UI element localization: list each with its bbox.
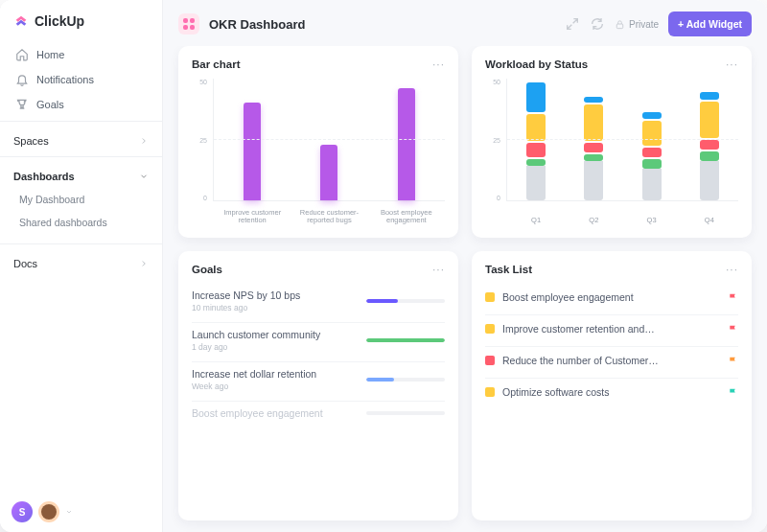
divider: [0, 156, 162, 157]
bar-segment[interactable]: [584, 97, 603, 102]
status-square: [485, 356, 495, 365]
card-goals: Goals ··· Increase NPS by 10 bps10 minut…: [178, 251, 458, 520]
bar-segment[interactable]: [526, 159, 546, 167]
bar-segment[interactable]: [642, 148, 662, 157]
avatar: [38, 501, 59, 522]
section-label: Spaces: [13, 135, 49, 147]
sidebar-item-label: Goals: [36, 99, 64, 110]
lock-icon: [615, 19, 625, 30]
sidebar-section-dashboards[interactable]: Dashboards: [0, 161, 162, 188]
sidebar-primary-nav: Home Notifications Goals: [0, 42, 162, 117]
more-icon[interactable]: ···: [432, 263, 445, 276]
trophy-icon: [15, 98, 29, 111]
bar-segment[interactable]: [700, 102, 719, 138]
user-switcher[interactable]: S: [0, 492, 162, 532]
sidebar-item-label: Notifications: [36, 74, 94, 85]
bar-segment[interactable]: [526, 143, 546, 157]
task-row[interactable]: Boost employee engagement: [485, 284, 738, 311]
privacy-label: Private: [629, 19, 659, 30]
workload-chart: 50250 Q1Q2Q3Q4: [485, 79, 738, 226]
task-row[interactable]: Optimize software costs: [485, 378, 738, 405]
sidebar-item-home[interactable]: Home: [6, 42, 156, 67]
sidebar: ClickUp Home Notifications Goals Spaces …: [0, 0, 163, 532]
bar-segment[interactable]: [584, 104, 603, 141]
sidebar-item-goals[interactable]: Goals: [6, 92, 156, 117]
bar[interactable]: [320, 145, 337, 200]
more-icon[interactable]: ···: [726, 58, 738, 71]
chevron-right-icon: [139, 136, 149, 146]
more-icon[interactable]: ···: [432, 58, 445, 71]
dashboards-subnav: My Dashboard Shared dashboards: [0, 188, 162, 240]
goal-row[interactable]: Launch customer community1 day ago: [192, 322, 445, 358]
bar-segment[interactable]: [700, 92, 719, 100]
sidebar-item-label: Home: [36, 49, 64, 60]
card-task-list: Task List ··· Boost employee engagementI…: [472, 251, 752, 520]
home-icon: [15, 48, 29, 61]
bar-segment[interactable]: [642, 112, 662, 120]
bar-segment[interactable]: [584, 161, 603, 200]
dashboard-icon: [178, 13, 199, 35]
add-widget-button[interactable]: + Add Widget: [668, 12, 752, 36]
goal-row[interactable]: Increase net dollar retentionWeek ago: [192, 361, 445, 397]
avatar: S: [12, 501, 33, 522]
bar[interactable]: [244, 103, 261, 200]
task-label: Reduce the number of Customer…: [502, 355, 720, 366]
task-label: Boost employee engagement: [502, 291, 720, 303]
brand-name: ClickUp: [35, 13, 84, 29]
bar-segment[interactable]: [526, 114, 546, 141]
content-grid: Bar chart ··· 50250 Improve customer ret…: [163, 46, 767, 532]
goal-row[interactable]: Increase NPS by 10 bps10 minutes ago: [192, 284, 445, 318]
task-list: Boost employee engagementImprove custome…: [485, 284, 738, 509]
sidebar-item-notifications[interactable]: Notifications: [6, 67, 156, 92]
topbar: OKR Dashboard Private + Add Widget: [163, 0, 767, 46]
goal-row[interactable]: Boost employee engagement: [192, 401, 445, 425]
bar-segment[interactable]: [642, 121, 662, 145]
bar-segment[interactable]: [526, 166, 546, 200]
chevron-right-icon: [139, 259, 149, 268]
bar-segment[interactable]: [700, 151, 719, 161]
sidebar-item-label: Shared dashboards: [19, 217, 107, 228]
status-square: [485, 387, 495, 397]
sidebar-item-my-dashboard[interactable]: My Dashboard: [6, 188, 156, 211]
clickup-logo-icon: [13, 13, 29, 29]
card-title: Workload by Status: [485, 58, 588, 70]
flag-icon[interactable]: [728, 324, 738, 335]
main: OKR Dashboard Private + Add Widget Bar c…: [163, 0, 767, 532]
status-square: [485, 324, 495, 334]
sidebar-item-label: My Dashboard: [19, 194, 84, 205]
bar-segment[interactable]: [642, 169, 662, 200]
bar-chart: 50250 Improve customer retentionReduce c…: [192, 79, 445, 226]
bar-segment[interactable]: [700, 161, 719, 200]
card-title: Task List: [485, 264, 532, 275]
bar-segment[interactable]: [700, 140, 719, 150]
flag-icon[interactable]: [728, 292, 738, 303]
more-icon[interactable]: ···: [726, 263, 738, 276]
sidebar-item-shared-dashboards[interactable]: Shared dashboards: [6, 211, 156, 234]
flag-icon[interactable]: [728, 356, 738, 366]
privacy-toggle[interactable]: Private: [615, 19, 659, 30]
card-bar-chart: Bar chart ··· 50250 Improve customer ret…: [178, 46, 458, 238]
flag-icon[interactable]: [728, 387, 738, 398]
bell-icon: [15, 73, 29, 86]
card-workload: Workload by Status ··· 50250 Q1Q2Q3Q4: [472, 46, 752, 238]
task-row[interactable]: Improve customer retention and…: [485, 314, 738, 342]
bar-segment[interactable]: [584, 154, 603, 162]
page-title: OKR Dashboard: [209, 17, 305, 32]
bar-segment[interactable]: [642, 159, 662, 169]
expand-icon[interactable]: [565, 16, 580, 32]
app-window: ClickUp Home Notifications Goals Spaces …: [0, 0, 767, 532]
bar-segment[interactable]: [584, 143, 603, 152]
section-label: Dashboards: [13, 171, 75, 182]
sidebar-section-spaces[interactable]: Spaces: [0, 126, 162, 152]
chevron-down-icon: [65, 508, 73, 516]
sidebar-section-docs[interactable]: Docs: [0, 248, 162, 275]
card-title: Bar chart: [192, 58, 241, 70]
task-row[interactable]: Reduce the number of Customer…: [485, 346, 738, 374]
bar-segment[interactable]: [526, 82, 546, 111]
refresh-icon[interactable]: [590, 16, 605, 32]
section-label: Docs: [13, 258, 37, 269]
brand-logo[interactable]: ClickUp: [0, 0, 162, 42]
divider: [0, 243, 162, 244]
bar[interactable]: [398, 88, 415, 200]
goals-list: Increase NPS by 10 bps10 minutes agoLaun…: [192, 284, 445, 509]
